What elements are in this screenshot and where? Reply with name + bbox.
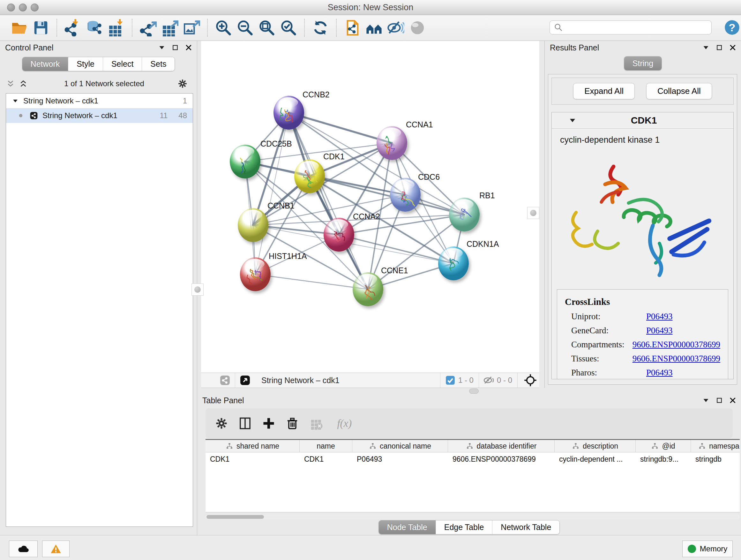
- network-node-cdc6[interactable]: [390, 178, 421, 212]
- minimize-window-button[interactable]: [19, 3, 27, 11]
- column-header-label: namespace: [709, 442, 740, 450]
- network-node-cdc25b[interactable]: [230, 145, 260, 179]
- memory-button[interactable]: Memory: [682, 541, 733, 557]
- control-panel-tab-network[interactable]: Network: [22, 57, 68, 71]
- hide-eye-icon[interactable]: [387, 19, 404, 37]
- table-panel-float-icon[interactable]: [716, 396, 723, 404]
- grid-icon[interactable]: [204, 375, 214, 386]
- birdseye-icon[interactable]: [240, 375, 251, 386]
- node-label-cdk1: CDK1: [323, 152, 345, 161]
- gene-section: CDK1 cyclin-dependent kinase 1 CrossLink…: [551, 112, 734, 379]
- control-panel-close-icon[interactable]: [185, 44, 192, 51]
- zoom-selected-icon[interactable]: [280, 19, 297, 37]
- column-header-namespace[interactable]: namespace: [691, 440, 740, 452]
- section-collapse-triangle-icon[interactable]: [568, 116, 577, 125]
- expand-all-button[interactable]: Expand All: [573, 83, 635, 99]
- table-panel-close-icon[interactable]: [729, 396, 737, 404]
- column-header-label: description: [583, 442, 618, 450]
- table-tab-node-table[interactable]: Node Table: [379, 520, 435, 534]
- left-divider-handle[interactable]: [192, 284, 204, 296]
- table-tab-edge-table[interactable]: Edge Table: [435, 520, 492, 534]
- table-horizontal-scrollbar[interactable]: [205, 514, 740, 519]
- right-divider-handle[interactable]: [527, 207, 539, 219]
- results-panel: Results Panel String Expand AllCollapse …: [544, 41, 741, 388]
- zoom-in-icon[interactable]: [215, 19, 232, 37]
- zoom-fit-icon[interactable]: [258, 19, 275, 37]
- trash-icon[interactable]: [285, 416, 299, 430]
- column-header-description[interactable]: description: [555, 440, 636, 452]
- zoom-out-icon[interactable]: [237, 19, 254, 37]
- gear-icon[interactable]: [214, 416, 228, 430]
- import-network-icon[interactable]: [64, 19, 81, 37]
- export-image-icon[interactable]: [183, 19, 200, 37]
- expand-all-icon[interactable]: [18, 79, 28, 88]
- network-node-cdkn1a[interactable]: [438, 246, 469, 280]
- gene-section-header[interactable]: CDK1: [552, 112, 733, 129]
- search-input[interactable]: [566, 23, 711, 32]
- column-header-canonical-name[interactable]: canonical name: [352, 440, 448, 452]
- control-panel-tab-sets[interactable]: Sets: [142, 57, 175, 71]
- neighbors-icon[interactable]: [365, 19, 383, 37]
- plus-icon[interactable]: [262, 416, 276, 430]
- sphere-icon[interactable]: [409, 19, 426, 37]
- network-node-ccna1[interactable]: [377, 126, 407, 160]
- control-panel-tab-select[interactable]: Select: [103, 57, 142, 71]
- crosslinks-box: CrossLinks Uniprot:P06493GeneCard:P06493…: [557, 289, 728, 379]
- results-panel-tab-string[interactable]: String: [624, 57, 662, 70]
- network-tree-row[interactable]: String Network – cdk11148: [6, 108, 193, 123]
- crosslink-link[interactable]: P06493: [646, 312, 673, 321]
- tree-expand-icon[interactable]: [12, 98, 19, 105]
- table-panel-collapse-icon[interactable]: [702, 396, 710, 404]
- results-panel-close-icon[interactable]: [729, 44, 737, 51]
- collapse-all-button[interactable]: Collapse All: [646, 83, 712, 99]
- network-node-ccnb2[interactable]: [273, 96, 304, 130]
- columns-icon[interactable]: [238, 416, 252, 430]
- save-icon[interactable]: [32, 19, 50, 37]
- crosslink-link[interactable]: P06493: [646, 326, 673, 335]
- crosslink-link[interactable]: P06493: [646, 368, 673, 378]
- export-network-icon[interactable]: [139, 19, 157, 37]
- crosslink-link[interactable]: 9606.ENSP00000378699: [632, 354, 720, 364]
- control-panel-tab-style[interactable]: Style: [68, 57, 103, 71]
- network-node-hist1h1a[interactable]: [240, 257, 271, 291]
- network-tree-row[interactable]: String Network – cdk11: [6, 94, 193, 108]
- control-panel-collapse-icon[interactable]: [158, 44, 165, 51]
- export-table-icon[interactable]: [161, 19, 179, 37]
- network-canvas[interactable]: CCNB2CCNA1CDC25BCDK1CDC6RB1CCNB1CCNA2CDK…: [201, 41, 539, 373]
- doc-share-icon[interactable]: [344, 19, 361, 37]
- network-node-rb1[interactable]: [449, 198, 480, 232]
- results-panel-float-icon[interactable]: [716, 44, 723, 51]
- column-header-id[interactable]: @id: [636, 440, 691, 452]
- network-node-cdk1[interactable]: [294, 159, 325, 193]
- window-controls: [7, 3, 39, 11]
- warnings-button[interactable]: [42, 541, 70, 557]
- table-row[interactable]: CDK1CDK1P064939606.ENSP00000378699cyclin…: [205, 452, 740, 466]
- crosslink-link[interactable]: 9606.ENSP00000378699: [632, 340, 720, 350]
- share-gray-icon[interactable]: [219, 375, 230, 386]
- bottom-divider-handle[interactable]: [469, 388, 479, 394]
- import-table-icon[interactable]: [108, 19, 125, 37]
- refresh-icon[interactable]: [312, 19, 329, 37]
- open-folder-icon[interactable]: [10, 19, 28, 37]
- cloud-button[interactable]: [9, 541, 38, 557]
- table-panel-header: Table Panel: [197, 394, 741, 407]
- maximize-window-button[interactable]: [30, 3, 39, 11]
- results-panel-collapse-icon[interactable]: [702, 44, 710, 51]
- close-window-button[interactable]: [7, 3, 15, 11]
- column-header-database-identifier[interactable]: database identifier: [448, 440, 555, 452]
- network-node-ccnb1[interactable]: [238, 208, 268, 242]
- collapse-all-icon[interactable]: [6, 79, 15, 88]
- scrollbar-thumb[interactable]: [206, 515, 264, 519]
- network-options-gear-icon[interactable]: [177, 78, 188, 89]
- help-icon[interactable]: ?: [724, 19, 740, 36]
- control-panel-float-icon[interactable]: [172, 44, 179, 51]
- crosshair-icon[interactable]: [524, 374, 537, 387]
- table-tab-network-table[interactable]: Network Table: [492, 520, 559, 534]
- network-node-ccne1[interactable]: [353, 272, 383, 306]
- import-database-icon[interactable]: [86, 19, 103, 37]
- checkbox-icon[interactable]: [445, 375, 456, 386]
- column-header-name[interactable]: name: [300, 440, 352, 452]
- node-label-ccnb2: CCNB2: [302, 90, 330, 99]
- column-header-shared-name[interactable]: shared name: [205, 440, 300, 452]
- network-node-ccna2[interactable]: [324, 218, 354, 252]
